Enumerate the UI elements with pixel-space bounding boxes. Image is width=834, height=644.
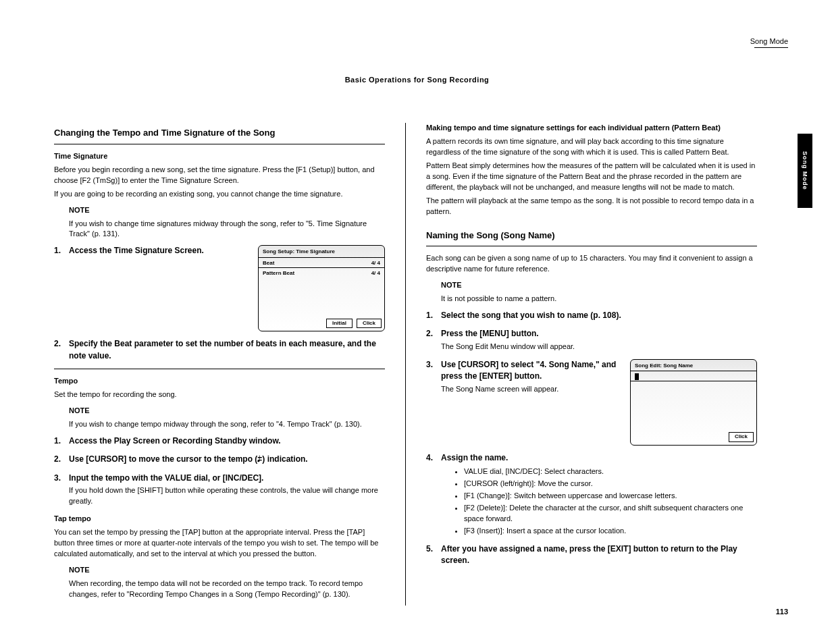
note-label: NOTE: [69, 566, 90, 574]
note-block: NOTE When recording, the tempo data will…: [54, 565, 385, 600]
step: After you have assigned a name, press th…: [426, 543, 757, 567]
section-rule: [426, 246, 757, 246]
step: Use [CURSOR] to move the cursor to the t…: [54, 454, 385, 465]
list-item: [F2 (Delete)]: Delete the character at t…: [464, 503, 757, 525]
step: Press the [MENU] button. The Song Edit M…: [426, 328, 757, 352]
step: Access the Play Screen or Recording Stan…: [54, 435, 385, 447]
paragraph: If you are going to be recording an exis…: [54, 189, 385, 200]
lcd-softkey-click[interactable]: Click: [357, 319, 382, 328]
lcd-label: Beat: [263, 260, 274, 267]
step-text: Access the Time Signature Screen.: [69, 245, 249, 257]
step: Use [CURSOR] to select "4. Song Name," a…: [426, 359, 757, 446]
lcd-softkey-click[interactable]: Click: [729, 432, 754, 441]
subhead-pattern-beat: Making tempo and time signature settings…: [426, 123, 757, 134]
subhead-time-signature: Time Signature: [54, 151, 385, 162]
paragraph: You can set the tempo by pressing the [T…: [54, 527, 385, 560]
lcd-softkey-initial[interactable]: Initial: [326, 319, 353, 328]
note-label: NOTE: [69, 406, 90, 414]
note-label: NOTE: [69, 206, 90, 214]
section-heading-song-name: Naming the Song (Song Name): [426, 230, 757, 242]
paragraph: Set the tempo for recording the song.: [54, 390, 385, 400]
step-text: Use [CURSOR] to select "4. Song Name," a…: [441, 360, 616, 381]
section-heading-tempo-timesig: Changing the Tempo and Time Signature of…: [54, 127, 385, 140]
step-text: Input the tempo with the VALUE dial, or …: [69, 473, 263, 483]
note-block: NOTE It is not possible to name a patter…: [426, 280, 757, 304]
lcd-value: 4/ 4: [371, 270, 380, 277]
lcd-title: Song Setup: Time Signature: [259, 246, 384, 257]
step: Select the song that you wish to name (p…: [426, 310, 757, 321]
list-item: [CURSOR (left/right)]: Move the cursor.: [464, 479, 757, 489]
step: Input the tempo with the VALUE dial, or …: [54, 473, 385, 507]
paragraph: Each song can be given a song name of up…: [426, 253, 757, 275]
step-subnote: The Song Name screen will appear.: [441, 384, 621, 395]
lcd-title: Song Edit: Song Name: [631, 360, 756, 371]
step: Assign the name. VALUE dial, [INC/DEC]: …: [426, 452, 757, 537]
list-item: [F3 (Insert)]: Insert a space at the cur…: [464, 526, 757, 537]
page-number: 113: [776, 608, 788, 616]
content-columns: Changing the Tempo and Time Signature of…: [54, 123, 791, 606]
paragraph: A pattern records its own time signature…: [426, 136, 757, 158]
note-text: It is not possible to name a pattern.: [441, 294, 757, 304]
note-block: NOTE If you wish to change tempo midway …: [54, 406, 385, 430]
note-text: When recording, the tempo data will not …: [69, 579, 385, 600]
side-tab: Song Mode: [798, 134, 812, 208]
list-item: VALUE dial, [INC/DEC]: Select characters…: [464, 466, 757, 477]
paragraph: Before you begin recording a new song, s…: [54, 165, 385, 186]
step-text: Press the [MENU] button.: [441, 329, 539, 338]
section-rule: [54, 369, 385, 369]
list-item: [F1 (Change)]: Switch between uppercase …: [464, 491, 757, 502]
lcd-screen-song-name: Song Edit: Song Name Click: [630, 359, 757, 446]
breadcrumb: Song Mode: [750, 37, 788, 45]
step: Access the Time Signature Screen. Song S…: [54, 245, 385, 331]
step-text: Assign the name.: [441, 453, 508, 462]
lcd-label: Pattern Beat: [263, 270, 294, 277]
lcd-value: 4/ 4: [371, 260, 380, 267]
paragraph: The pattern will playback at the same te…: [426, 196, 757, 217]
step: Specify the Beat parameter to set the nu…: [54, 338, 385, 362]
note-text: If you wish to change tempo midway throu…: [69, 419, 385, 430]
note-label: NOTE: [441, 281, 462, 289]
paragraph: Pattern Beat simply determines how the m…: [426, 161, 757, 193]
subhead-tap-tempo: Tap tempo: [54, 514, 385, 525]
step-subnote: The Song Edit Menu window will appear.: [441, 342, 757, 352]
right-column: Making tempo and time signature settings…: [406, 123, 757, 606]
subhead-tempo: Tempo: [54, 376, 385, 387]
page-title: Basic Operations for Song Recording: [54, 76, 780, 84]
note-block: NOTE If you wish to change time signatur…: [54, 205, 385, 240]
left-column: Changing the Tempo and Time Signature of…: [54, 123, 405, 606]
header-rule: [754, 47, 788, 48]
lcd-cursor-icon: [635, 373, 639, 380]
lcd-screen-time-signature: Song Setup: Time Signature Beat 4/ 4 Pat…: [258, 245, 385, 331]
step-subnote: If you hold down the [SHIFT] button whil…: [69, 485, 385, 507]
section-rule: [54, 144, 385, 144]
note-text: If you wish to change time signatures mi…: [69, 219, 385, 240]
